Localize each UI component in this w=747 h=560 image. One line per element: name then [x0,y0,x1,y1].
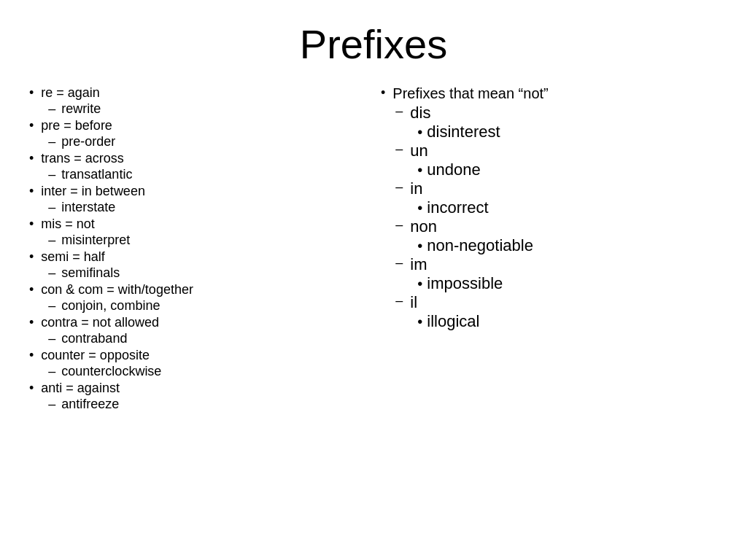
left-list-item: contra = not allowedcontraband [29,315,366,346]
left-column: re = againrewritepre = beforepre-ordertr… [29,85,366,413]
sub-label: counterclockwise [61,364,161,379]
sub-label: conjoin, combine [61,298,160,314]
bullet-text: re = againrewrite [41,85,101,117]
dash-label: il [410,293,417,312]
left-list-item: counter = oppositecounterclockwise [29,348,366,379]
right-main-item: Prefixes that mean “not” disdisinterestu… [381,85,718,331]
bullet-text: trans = acrosstransatlantic [41,151,132,182]
dash-label: im [410,255,427,274]
sub-label: pre-order [61,134,115,149]
bullet-sub: disinterest [417,122,548,141]
dash-label: in [410,179,422,198]
bullet-text: contra = not allowedcontraband [41,315,159,346]
sub-label: contraband [61,331,127,346]
sub-item: antifreeze [48,397,120,412]
left-list-item: trans = acrosstransatlantic [29,151,366,182]
sub-item: misinterpret [48,233,130,248]
bullet-label: counter = opposite [41,348,161,363]
sub-item: pre-order [48,134,115,149]
bullet-text: mis = notmisinterpret [41,217,130,248]
dash-label: dis [410,104,430,122]
left-list-item: inter = in betweeninterstate [29,184,366,215]
sub-item: counterclockwise [48,364,161,379]
dash-label: un [410,141,427,160]
right-bullet-content: Prefixes that mean “not” disdisinterestu… [392,85,548,331]
bullet-label: pre = before [41,118,115,133]
dash-row: un [395,141,548,160]
sub-item: interstate [48,200,145,215]
right-column: Prefixes that mean “not” disdisinterestu… [381,85,718,332]
bullet-label: semi = half [41,249,120,265]
dash-row: non [395,217,548,236]
example-label: disinterest [427,122,500,141]
sub-label: transatlantic [61,167,132,182]
sub-item: rewrite [48,101,101,117]
right-main-list: Prefixes that mean “not” disdisinterestu… [381,85,718,331]
dash-row: im [395,255,548,274]
bullet-label: anti = against [41,381,120,396]
left-list-item: mis = notmisinterpret [29,217,366,248]
left-list-item: con & com = with/togetherconjoin, combin… [29,282,366,314]
bullet-label: inter = in between [41,184,145,199]
sub-label: misinterpret [61,233,130,248]
bullet-label: con & com = with/together [41,282,193,298]
sub-label: antifreeze [61,397,119,412]
bullet-text: counter = oppositecounterclockwise [41,348,161,379]
bullet-sub: non-negotiable [417,236,548,255]
left-list-item: re = againrewrite [29,85,366,117]
dash-label: non [410,217,437,236]
dash-row: in [395,179,548,198]
bullet-label: re = again [41,85,101,101]
bullet-label: contra = not allowed [41,315,159,330]
example-label: non-negotiable [427,236,533,255]
content-area: re = againrewritepre = beforepre-ordertr… [0,85,747,413]
sub-label: interstate [61,200,115,215]
example-label: impossible [427,274,503,293]
left-list-item: pre = beforepre-order [29,118,366,149]
example-label: undone [427,160,480,179]
sub-item: semifinals [48,265,120,281]
left-list-item: anti = againstantifreeze [29,381,366,412]
example-label: illogical [427,312,479,331]
bullet-text: con & com = with/togetherconjoin, combin… [41,282,193,314]
sub-item: conjoin, combine [48,298,193,314]
bullet-text: anti = againstantifreeze [41,381,120,412]
sub-item: transatlantic [48,167,132,182]
sub-item: contraband [48,331,159,346]
sub-label: rewrite [61,101,101,117]
bullet-sub: illogical [417,312,548,331]
bullet-label: trans = across [41,151,132,166]
right-column-title: Prefixes that mean “not” [392,85,548,102]
left-list-item: semi = halfsemifinals [29,249,366,281]
bullet-text: semi = halfsemifinals [41,249,120,281]
bullet-sub: undone [417,160,548,179]
dash-row: il [395,293,548,312]
bullet-label: mis = not [41,217,130,232]
bullet-text: inter = in betweeninterstate [41,184,145,215]
example-label: incorrect [427,198,488,217]
dash-row: dis [395,104,548,122]
bullet-sub: impossible [417,274,548,293]
dash-items: disdisinterestunundoneinincorrectnonnon-… [395,104,548,331]
page-title: Prefixes [300,20,447,68]
bullet-text: pre = beforepre-order [41,118,115,149]
bullet-sub: incorrect [417,198,548,217]
sub-label: semifinals [61,265,120,281]
left-main-list: re = againrewritepre = beforepre-ordertr… [29,85,366,412]
